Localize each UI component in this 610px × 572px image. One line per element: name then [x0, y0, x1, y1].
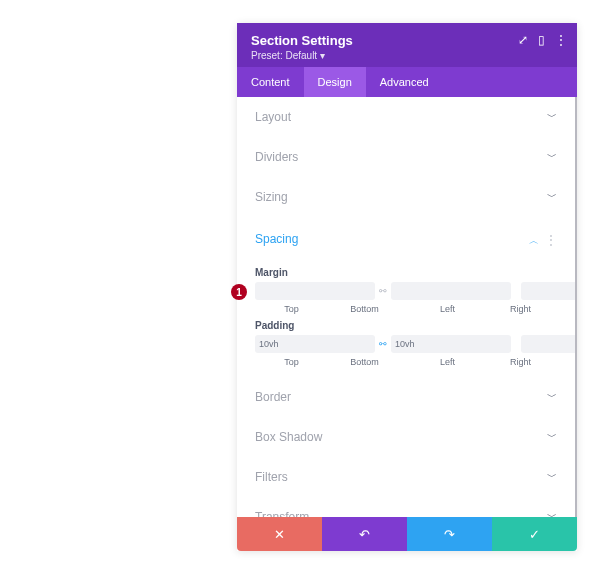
redo-button[interactable]: ↷: [407, 517, 492, 551]
preset-dropdown[interactable]: Preset: Default ▾: [251, 50, 563, 61]
chevron-down-icon: ﹀: [547, 190, 557, 204]
margin-left-input[interactable]: [521, 282, 577, 300]
padding-bottom-input[interactable]: [391, 335, 511, 353]
section-title: Dividers: [255, 150, 298, 164]
section-title: Border: [255, 390, 291, 404]
section-spacing[interactable]: Spacing ︿⋮: [237, 217, 575, 261]
label-left: Left: [411, 304, 484, 314]
tab-design[interactable]: Design: [304, 67, 366, 97]
margin-label: Margin: [255, 267, 557, 278]
check-icon: ✓: [529, 527, 540, 542]
expand-icon[interactable]: ⤢: [518, 33, 528, 47]
chevron-down-icon: ﹀: [547, 150, 557, 164]
label-left: Left: [411, 357, 484, 367]
section-box-shadow[interactable]: Box Shadow ﹀: [237, 417, 575, 457]
margin-sublabels: Top Bottom Left Right: [255, 304, 557, 314]
tab-content[interactable]: Content: [237, 67, 304, 97]
label-right: Right: [484, 304, 557, 314]
section-dividers[interactable]: Dividers ﹀: [237, 137, 575, 177]
section-title: Sizing: [255, 190, 288, 204]
label-top: Top: [255, 304, 328, 314]
margin-inputs: ⚯ ⚯: [255, 282, 557, 300]
label-right: Right: [484, 357, 557, 367]
label-bottom: Bottom: [328, 304, 401, 314]
close-icon: ✕: [274, 527, 285, 542]
padding-left-input[interactable]: [521, 335, 577, 353]
panel-header: Section Settings Preset: Default ▾ ⤢ ▯ ⋮: [237, 23, 577, 67]
undo-icon: ↶: [359, 527, 370, 542]
margin-bottom-input[interactable]: [391, 282, 511, 300]
section-title: Transform: [255, 510, 309, 517]
chevron-down-icon: ﹀: [547, 470, 557, 484]
link-icon[interactable]: ⚯: [377, 339, 389, 349]
chevron-down-icon: ﹀: [547, 110, 557, 124]
chevron-up-icon: ︿: [529, 235, 539, 246]
padding-label: Padding: [255, 320, 557, 331]
section-title: Filters: [255, 470, 288, 484]
section-sizing[interactable]: Sizing ﹀: [237, 177, 575, 217]
section-filters[interactable]: Filters ﹀: [237, 457, 575, 497]
cancel-button[interactable]: ✕: [237, 517, 322, 551]
more-icon[interactable]: ⋮: [555, 33, 567, 47]
panel-body: Layout ﹀ Dividers ﹀ Sizing ﹀ Spacing ︿⋮ …: [237, 97, 577, 517]
panel-footer: ✕ ↶ ↷ ✓: [237, 517, 577, 551]
section-more-icon[interactable]: ⋮: [545, 233, 557, 247]
spacing-controls: Margin ⚯ ⚯ Top Bottom: [237, 267, 575, 377]
padding-top-input[interactable]: [255, 335, 375, 353]
docs-icon[interactable]: ▯: [538, 33, 545, 47]
panel-title: Section Settings: [251, 33, 563, 48]
annotation-badge-1: 1: [231, 284, 247, 300]
section-border[interactable]: Border ﹀: [237, 377, 575, 417]
redo-icon: ↷: [444, 527, 455, 542]
label-bottom: Bottom: [328, 357, 401, 367]
tab-advanced[interactable]: Advanced: [366, 67, 443, 97]
header-actions: ⤢ ▯ ⋮: [518, 33, 567, 47]
save-button[interactable]: ✓: [492, 517, 577, 551]
chevron-down-icon: ﹀: [547, 390, 557, 404]
section-title: Layout: [255, 110, 291, 124]
section-transform[interactable]: Transform ﹀: [237, 497, 575, 517]
tab-bar: Content Design Advanced: [237, 67, 577, 97]
padding-inputs: ⚯ ⚯: [255, 335, 557, 353]
chevron-down-icon: ﹀: [547, 430, 557, 444]
undo-button[interactable]: ↶: [322, 517, 407, 551]
padding-sublabels: Top Bottom Left Right: [255, 357, 557, 367]
chevron-down-icon: ﹀: [547, 510, 557, 517]
section-layout[interactable]: Layout ﹀: [237, 97, 575, 137]
margin-top-input[interactable]: [255, 282, 375, 300]
settings-panel: Section Settings Preset: Default ▾ ⤢ ▯ ⋮…: [237, 23, 577, 551]
link-icon[interactable]: ⚯: [377, 286, 389, 296]
section-title: Spacing: [255, 232, 298, 246]
section-title: Box Shadow: [255, 430, 322, 444]
label-top: Top: [255, 357, 328, 367]
